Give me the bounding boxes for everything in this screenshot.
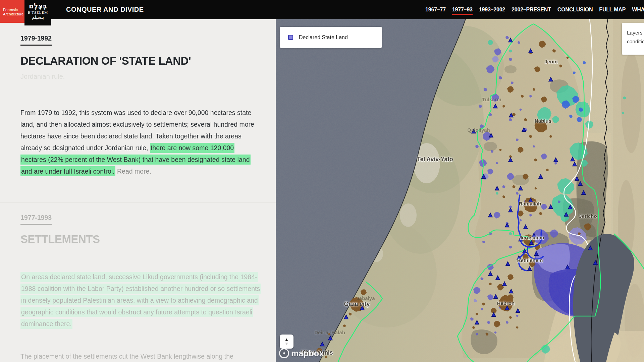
tilt-down-icon[interactable]: ▼ (284, 342, 289, 346)
mapbox-icon: ✦ (279, 348, 289, 358)
nav-item-1977-93[interactable]: 1977–93 (452, 5, 473, 15)
nav-item-1993-2002[interactable]: 1993–2002 (479, 5, 505, 15)
section-paragraph-next: On areas declared state land, successive… (20, 271, 261, 330)
layers-notice-line2: condition (627, 37, 644, 46)
site-title: CONQUER AND DIVIDE (66, 6, 144, 13)
legend-label: Declared State Land (299, 35, 348, 41)
nav-item-conclusion[interactable]: CONCLUSION (557, 5, 593, 15)
read-more-link[interactable]: Read more. (115, 168, 151, 175)
btselem-arabic-wordmark: بتسيلم (24, 15, 51, 20)
btselem-latin-wordmark: B'TSELEM (24, 10, 51, 15)
ghost-text: Jordanian rule. (20, 73, 65, 80)
layers-notice: Layers us condition (622, 23, 644, 55)
forensic-architecture-logo[interactable]: Forensic Architecture (0, 0, 24, 23)
fa-logo-line2: Architecture (3, 12, 24, 16)
section-years-next[interactable]: 1977-1993 (20, 214, 52, 225)
section-years-current[interactable]: 1979-1992 (20, 35, 52, 46)
mapbox-attribution[interactable]: ✦ mapbox (279, 348, 324, 358)
narrative-panel: 1979-1992 DECLARATION OF 'STATE LAND' Jo… (0, 19, 276, 362)
btselem-logo[interactable]: בְּצֶלֶם B'TSELEM بتسيلم (24, 0, 51, 25)
timeline-nav: 1967–77 1977–93 1993–2002 2002–PRESENT C… (425, 0, 644, 19)
section-paragraph-tail: The placement of the settlements cut the… (20, 351, 261, 362)
map-canvas[interactable]: Tel Aviv-Yafo Jenin Tulkarm Qalqilyah Na… (276, 19, 644, 362)
section-divider (0, 202, 276, 202)
nav-item-full-map[interactable]: FULL MAP (599, 5, 626, 15)
btselem-hebrew-wordmark: בְּצֶלֶם (24, 2, 51, 10)
declared-state-land-swatch[interactable] (288, 35, 293, 40)
top-bar: Forensic Architecture בְּצֶלֶם B'TSELEM … (0, 0, 644, 19)
layers-notice-line1: Layers us (627, 28, 644, 37)
map-graphic (276, 19, 644, 362)
map-legend: Declared State Land (280, 27, 382, 48)
mapbox-wordmark: mapbox (291, 349, 324, 358)
section-paragraph-current: From 1979 to 1992, this system was used … (20, 107, 261, 177)
fa-logo-line1: Forensic (3, 8, 24, 12)
nav-item-1967-77[interactable]: 1967–77 (425, 5, 446, 15)
section-title-next: SETTLEMENTS (20, 233, 100, 246)
nav-item-2002-present[interactable]: 2002–PRESENT (512, 5, 551, 15)
paragraph-next-highlight-text: On areas declared state land, successive… (20, 272, 261, 329)
map-tilt-control[interactable]: ▲ ▼ (280, 335, 293, 349)
nav-item-what[interactable]: WHAT (632, 5, 644, 15)
section-title-current: DECLARATION OF 'STATE LAND' (20, 55, 191, 67)
